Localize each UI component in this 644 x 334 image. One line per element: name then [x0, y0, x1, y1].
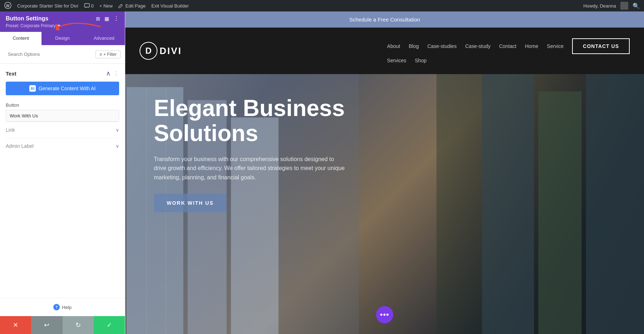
red-arrow-indicator [56, 20, 102, 35]
hero-section: Elegant Business Solutions Transform you… [125, 74, 644, 334]
admin-label-chevron-icon: ∨ [116, 143, 119, 149]
schedule-text: Schedule a Free Consultation [349, 16, 420, 23]
search-icon[interactable]: 🔍 [633, 3, 640, 9]
help-icon: ? [53, 304, 60, 310]
schedule-banner: Schedule a Free Consultation [125, 11, 644, 28]
nav-link-about[interactable]: About [387, 43, 400, 49]
hero-description: Transform your business with our compreh… [154, 155, 347, 182]
admin-label-section: Admin Label ∨ [6, 138, 119, 154]
link-section-title: Link [6, 127, 15, 133]
svg-rect-13 [586, 74, 644, 334]
nav-links-top: About Blog Case-studies Case-study Conta… [387, 38, 630, 54]
nav-links: About Blog Case-studies Case-study Conta… [387, 38, 630, 63]
preset-label[interactable]: Preset: Corporate Primary ▼ [6, 23, 61, 28]
svg-rect-12 [538, 91, 582, 334]
text-section-title: Text [6, 71, 16, 77]
nav-link-case-study[interactable]: Case-study [465, 43, 491, 49]
tab-content[interactable]: Content [0, 32, 42, 45]
hero-content: Elegant Business Solutions Transform you… [125, 74, 376, 234]
section-settings-icon[interactable]: ⋮ [113, 70, 119, 77]
wp-admin-bar: W Corporate Starter Site for Divi 0 + Ne… [0, 0, 644, 11]
sidebar-search-bar: ≡ + Filter [0, 45, 125, 64]
edit-page-link[interactable]: Edit Page [118, 3, 146, 9]
text-section-icons: ∧ ⋮ [106, 69, 119, 77]
sidebar-content: Text ∧ ⋮ AI Generate Content With AI But… [0, 64, 125, 298]
comment-count: 0 [91, 3, 94, 9]
redo-button[interactable]: ↻ [63, 316, 94, 334]
cancel-button[interactable]: ✕ [0, 316, 31, 334]
layout-icon[interactable]: ▦ [104, 16, 109, 21]
link-section-header[interactable]: Link ∨ [6, 127, 119, 133]
search-input[interactable] [4, 49, 93, 60]
sidebar-toolbar: ✕ ↩ ↻ ✓ [0, 316, 125, 334]
nav-link-service[interactable]: Service [547, 43, 564, 49]
save-button[interactable]: ✓ [94, 316, 125, 334]
button-text-input[interactable] [6, 110, 119, 122]
generate-ai-button[interactable]: AI Generate Content With AI [6, 82, 119, 95]
admin-label-title: Admin Label [6, 143, 34, 149]
hero-title: Elegant Business Solutions [154, 96, 347, 146]
svg-rect-11 [482, 74, 534, 334]
sidebar-header: Button Settings ⊞ ▦ ⋮ Preset: Corporate … [0, 11, 125, 32]
button-field-group: Button [6, 102, 119, 122]
wp-logo-icon[interactable]: W [4, 2, 11, 10]
link-section: Link ∨ [6, 122, 119, 138]
hero-cta-button[interactable]: WORK WITH US [154, 194, 226, 212]
filter-button[interactable]: ≡ + Filter [96, 50, 121, 58]
site-navigation: D DIVI About Blog Case-studies Case-stud… [125, 28, 644, 74]
comments-link[interactable]: 0 [84, 3, 94, 9]
logo-text: DIVI [160, 45, 182, 57]
text-section: Text ∧ ⋮ AI Generate Content With AI But… [6, 69, 119, 122]
floating-action-button[interactable]: ••• [376, 306, 393, 323]
help-text[interactable]: Help [62, 305, 72, 310]
nav-links-bottom: Services Shop [387, 58, 426, 63]
button-field-label: Button [6, 102, 119, 108]
logo-circle: D [140, 42, 157, 60]
help-section: ? Help [0, 298, 125, 316]
content-area: Schedule a Free Consultation D DIVI Abou… [125, 11, 644, 334]
sidebar: Button Settings ⊞ ▦ ⋮ Preset: Corporate … [0, 11, 125, 334]
admin-bar-left: W Corporate Starter Site for Divi 0 + Ne… [4, 2, 189, 10]
sidebar-title: Button Settings [6, 15, 48, 22]
filter-icon: ≡ [99, 52, 102, 57]
site-preview: D DIVI About Blog Case-studies Case-stud… [125, 28, 644, 334]
main-layout: Button Settings ⊞ ▦ ⋮ Preset: Corporate … [0, 11, 644, 334]
svg-rect-2 [84, 4, 89, 7]
preset-row: Preset: Corporate Primary ▼ [6, 23, 119, 28]
logo-letter: D [145, 46, 151, 56]
nav-link-blog[interactable]: Blog [409, 43, 419, 49]
user-avatar [620, 2, 628, 10]
new-link[interactable]: + New [99, 3, 113, 9]
exit-visual-builder-link[interactable]: Exit Visual Builder [151, 3, 189, 9]
fab-dots-icon: ••• [380, 310, 389, 319]
text-section-header: Text ∧ ⋮ [6, 69, 119, 77]
admin-bar-right: Howdy, Deanna 🔍 [583, 2, 640, 10]
admin-label-section-header[interactable]: Admin Label ∨ [6, 143, 119, 149]
contact-us-button[interactable]: CONTACT US [572, 38, 630, 54]
more-options-icon[interactable]: ⋮ [113, 15, 119, 22]
nav-link-contact[interactable]: Contact [499, 43, 516, 49]
nav-link-home[interactable]: Home [525, 43, 538, 49]
nav-link-shop[interactable]: Shop [415, 58, 427, 63]
svg-text:W: W [6, 4, 10, 8]
nav-link-case-studies[interactable]: Case-studies [427, 43, 457, 49]
ai-icon: AI [29, 85, 36, 92]
site-name[interactable]: Corporate Starter Site for Divi [17, 3, 78, 9]
howdy-text: Howdy, Deanna [583, 3, 616, 9]
undo-button[interactable]: ↩ [31, 316, 62, 334]
site-logo: D DIVI [140, 42, 182, 60]
nav-link-services[interactable]: Services [387, 58, 406, 63]
collapse-icon[interactable]: ∧ [106, 69, 111, 77]
link-chevron-icon: ∨ [116, 127, 119, 133]
